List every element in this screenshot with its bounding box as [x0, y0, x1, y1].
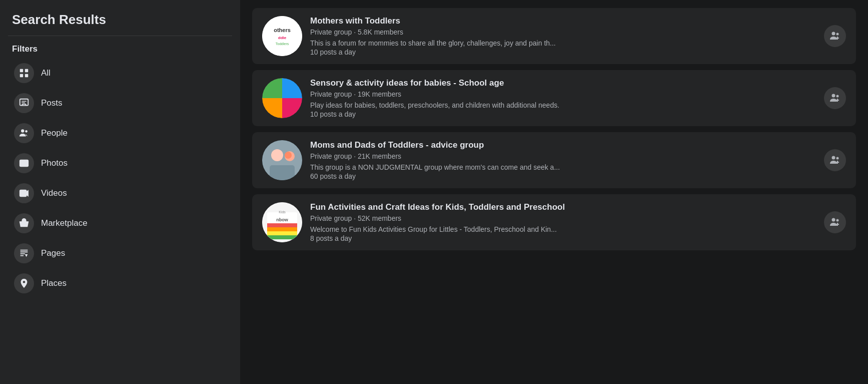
group-desc: Play ideas for babies, toddlers, prescho…	[310, 101, 660, 109]
group-avatar-fun-activities: nbow Kids	[262, 202, 302, 242]
svg-rect-41	[267, 235, 297, 239]
group-card-sensory[interactable]: Sensory & activity ideas for babies - Sc…	[252, 70, 856, 126]
filter-people[interactable]: People	[8, 118, 232, 148]
marketplace-icon	[14, 213, 34, 233]
filter-marketplace-label: Marketplace	[41, 218, 88, 228]
filter-posts[interactable]: Posts	[8, 88, 232, 118]
group-posts: 10 posts a day	[310, 110, 846, 118]
group-name: Fun Activities and Craft Ideas for Kids,…	[310, 202, 846, 212]
svg-text:Toddlers: Toddlers	[276, 42, 289, 46]
svg-text:ddle: ddle	[278, 36, 287, 40]
filter-marketplace[interactable]: Marketplace	[8, 208, 232, 238]
filter-people-label: People	[41, 128, 68, 138]
svg-rect-11	[20, 190, 27, 197]
svg-marker-13	[25, 254, 28, 257]
group-avatar-mothers-toddlers: others ddle Toddlers	[262, 16, 302, 56]
svg-rect-0	[20, 69, 23, 72]
svg-point-23	[836, 95, 839, 98]
group-meta: Private group · 52K members	[310, 214, 846, 222]
group-info-mothers-toddlers: Mothers with Toddlers Private group · 5.…	[310, 16, 846, 56]
join-group-button-mothers[interactable]	[824, 25, 846, 47]
svg-point-45	[836, 219, 839, 222]
svg-point-19	[836, 33, 839, 36]
group-name: Mothers with Toddlers	[310, 16, 846, 26]
svg-rect-38	[267, 223, 297, 227]
group-card-fun-activities[interactable]: nbow Kids Fun Activities and Craft Ideas…	[252, 194, 856, 250]
posts-icon	[14, 93, 34, 113]
svg-rect-2	[20, 74, 23, 77]
svg-text:others: others	[274, 27, 291, 33]
group-meta: Private group · 5.8K members	[310, 28, 846, 36]
group-posts: 10 posts a day	[310, 48, 846, 56]
group-info-sensory: Sensory & activity ideas for babies - Sc…	[310, 78, 846, 118]
filter-posts-label: Posts	[41, 98, 63, 108]
places-icon	[14, 273, 34, 293]
group-meta: Private group · 21K members	[310, 152, 846, 160]
filter-places-label: Places	[41, 278, 67, 288]
join-group-button-sensory[interactable]	[824, 87, 846, 109]
group-avatar-moms-dads	[262, 140, 302, 180]
group-desc: This group is a NON JUDGMENTAL group whe…	[310, 163, 660, 171]
people-icon	[14, 123, 34, 143]
group-name: Moms and Dads of Toddlers - advice group	[310, 140, 846, 150]
svg-point-18	[832, 32, 835, 36]
filter-pages-label: Pages	[41, 248, 65, 258]
group-name: Sensory & activity ideas for babies - Sc…	[310, 78, 846, 88]
filter-photos[interactable]: Photos	[8, 148, 232, 178]
group-meta: Private group · 19K members	[310, 90, 846, 98]
filter-all[interactable]: All	[8, 58, 232, 88]
group-info-moms-dads: Moms and Dads of Toddlers - advice group…	[310, 140, 846, 180]
svg-text:Kids: Kids	[279, 210, 286, 214]
sidebar: Search Results Filters All Posts People …	[0, 0, 240, 384]
group-posts: 60 posts a day	[310, 172, 846, 180]
page-title: Search Results	[8, 12, 232, 36]
svg-rect-1	[25, 69, 28, 72]
svg-rect-3	[25, 74, 28, 77]
filter-photos-label: Photos	[41, 158, 68, 168]
group-desc: Welcome to Fun Kids Activities Group for…	[310, 225, 660, 233]
filter-pages[interactable]: Pages	[8, 238, 232, 268]
svg-text:nbow: nbow	[276, 217, 288, 222]
search-results-list: others ddle Toddlers Mothers with Toddle…	[240, 0, 868, 384]
all-icon	[14, 63, 34, 83]
group-avatar-sensory	[262, 78, 302, 118]
svg-point-30	[273, 150, 281, 158]
svg-point-7	[21, 129, 24, 132]
svg-point-22	[832, 94, 835, 98]
group-desc: This is a forum for mommies to share all…	[310, 39, 660, 47]
filter-videos-label: Videos	[41, 188, 67, 198]
filter-places[interactable]: Places	[8, 268, 232, 298]
group-card-moms-dads[interactable]: Moms and Dads of Toddlers - advice group…	[252, 132, 856, 188]
svg-rect-29	[270, 165, 295, 180]
videos-icon	[14, 183, 34, 203]
svg-rect-39	[267, 227, 297, 231]
join-group-button-fun-activities[interactable]	[824, 211, 846, 233]
filter-videos[interactable]: Videos	[8, 178, 232, 208]
svg-rect-40	[267, 231, 297, 235]
group-posts: 8 posts a day	[310, 234, 846, 242]
pages-icon	[14, 243, 34, 263]
join-group-button-moms-dads[interactable]	[824, 149, 846, 171]
group-info-fun-activities: Fun Activities and Craft Ideas for Kids,…	[310, 202, 846, 242]
svg-point-33	[836, 157, 839, 160]
svg-point-8	[25, 130, 28, 133]
filters-label: Filters	[8, 44, 232, 54]
photos-icon	[14, 153, 34, 173]
svg-point-32	[832, 156, 835, 160]
filter-all-label: All	[41, 68, 51, 78]
svg-point-31	[285, 152, 292, 159]
group-card-mothers-toddlers[interactable]: others ddle Toddlers Mothers with Toddle…	[252, 8, 856, 64]
svg-point-44	[832, 218, 835, 222]
